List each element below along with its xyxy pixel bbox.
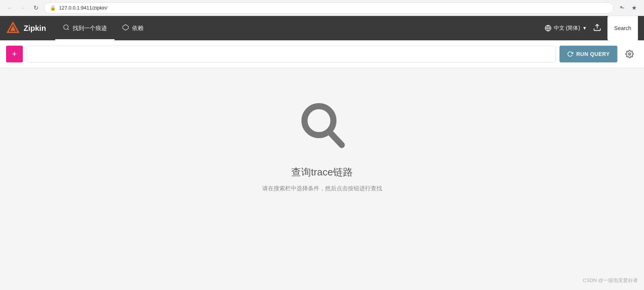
svg-point-8 — [628, 53, 631, 55]
language-selector[interactable]: 中文 (简体) ▼ — [545, 25, 587, 32]
add-criteria-button[interactable]: + — [6, 46, 23, 62]
share-button[interactable]: ⬑ — [617, 3, 627, 13]
empty-state-subtitle: 请在搜索栏中选择条件，然后点击按钮进行查找 — [262, 185, 382, 192]
main-content: + RUN QUERY 查询trace链路 请在搜索栏中选择条件，然后点击按钮进 — [0, 40, 644, 290]
logo-area: Zipkin — [6, 21, 46, 35]
run-query-label: RUN QUERY — [576, 51, 610, 57]
zipkin-logo-icon — [6, 21, 20, 35]
magnifier-svg — [295, 99, 349, 152]
upload-icon — [593, 23, 601, 32]
settings-button[interactable] — [621, 46, 638, 62]
nav-item-find-trace-label: 找到一个痕迹 — [73, 25, 107, 32]
url-text: 127.0.0.1:9411/zipkin/ — [59, 5, 107, 11]
nav-item-find-trace[interactable]: 找到一个痕迹 — [55, 16, 115, 40]
run-query-button[interactable]: RUN QUERY — [560, 46, 617, 62]
svg-line-3 — [67, 29, 69, 30]
refresh-icon — [567, 51, 573, 57]
language-label: 中文 (简体) — [554, 25, 580, 32]
search-button-label: Search — [614, 25, 631, 31]
address-bar[interactable]: 🔒 127.0.0.1:9411/zipkin/ — [44, 2, 614, 14]
secure-icon: 🔒 — [50, 5, 56, 11]
reload-button[interactable]: ↻ — [30, 3, 41, 13]
gear-icon — [625, 50, 634, 58]
empty-state: 查询trace链路 请在搜索栏中选择条件，然后点击按钮进行查找 — [0, 68, 644, 223]
bookmark-button[interactable]: ★ — [629, 3, 639, 13]
svg-line-10 — [330, 132, 342, 145]
app-header: Zipkin 找到一个痕迹 依赖 — [0, 16, 644, 40]
browser-nav-buttons: ← → ↻ — [5, 3, 41, 13]
browser-actions: ⬑ ★ — [617, 3, 639, 13]
footer: CSDN @一级泡芙爱好者 — [583, 277, 638, 284]
browser-chrome: ← → ↻ 🔒 127.0.0.1:9411/zipkin/ ⬑ ★ — [0, 0, 644, 16]
dependencies-nav-icon — [122, 24, 129, 32]
svg-point-2 — [64, 25, 68, 29]
app-title: Zipkin — [24, 24, 46, 33]
nav-item-dependencies[interactable]: 依赖 — [115, 16, 151, 40]
empty-state-icon — [295, 99, 349, 153]
back-button[interactable]: ← — [5, 3, 15, 13]
header-right: 中文 (简体) ▼ Search — [545, 16, 638, 40]
empty-state-title: 查询trace链路 — [291, 166, 353, 179]
query-input-area[interactable] — [27, 46, 556, 62]
search-button[interactable]: Search — [607, 16, 638, 40]
search-nav-icon — [63, 24, 70, 32]
nav-items: 找到一个痕迹 依赖 — [55, 16, 545, 40]
plus-icon: + — [12, 49, 17, 59]
translate-icon — [545, 25, 552, 32]
footer-text: CSDN @一级泡芙爱好者 — [583, 277, 638, 283]
svg-marker-4 — [123, 25, 128, 30]
upload-button[interactable] — [593, 23, 601, 33]
query-bar: + RUN QUERY — [0, 40, 644, 68]
forward-button[interactable]: → — [18, 3, 28, 13]
chevron-down-icon: ▼ — [582, 25, 587, 31]
nav-item-dependencies-label: 依赖 — [132, 25, 143, 32]
